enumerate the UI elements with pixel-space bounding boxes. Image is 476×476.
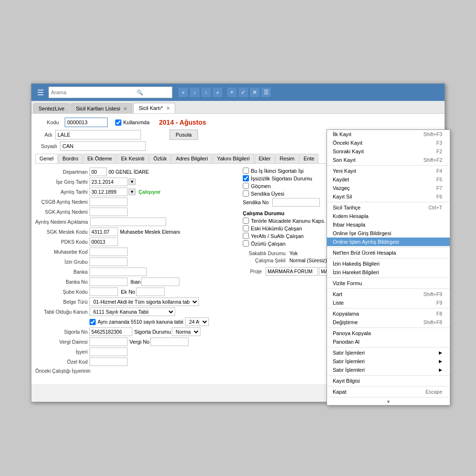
ctx-izin-hakedis[interactable]: İzin Hakediş Bilgileri [327,259,450,268]
sube-input[interactable] [89,288,118,296]
tab-sentezlive[interactable]: SentezLive [33,103,69,113]
ikinci-sigorta-checkbox[interactable] [243,168,249,174]
sigorta-durumu-select[interactable]: Normal [172,327,200,336]
ctx-satir1[interactable]: Satır İşlemleri ▶ [327,348,450,357]
ayrilis-aciklama-input[interactable] [90,218,166,226]
ctx-son-kayit[interactable]: Son Kayıt Shift+F2 [327,156,450,164]
subtab-ekler[interactable]: Ekler [255,154,275,163]
kanun-select[interactable]: 6111 Sayılı Kanuna Tabii [89,307,175,316]
banka-input[interactable] [89,268,147,276]
ctx-kart[interactable]: Kart Shift+F9 [327,290,450,298]
menu-btn[interactable]: ☰ [261,87,271,98]
ctx-satir3[interactable]: Satır İşlemleri ▶ [327,366,450,374]
close-tab-karti[interactable]: ✕ [166,106,170,111]
subtab-bordro[interactable]: Bordro [58,154,82,163]
adi-input[interactable] [55,130,141,139]
sgk-ayrilis-input[interactable] [89,208,128,216]
yer-alti-checkbox[interactable] [243,233,249,239]
ctx-degistirme[interactable]: Değiştirme Shift+F8 [327,318,450,327]
proje-input[interactable] [266,267,318,276]
ctx-kapat[interactable]: Kapat Escape [327,387,450,396]
kod-input[interactable] [65,118,108,127]
ctx-kidem[interactable]: Kıdem Hesapla [327,212,450,220]
iban-input[interactable] [141,278,179,286]
ctx-ilk-kayit[interactable]: İlk Kayıt Shift+F3 [327,130,450,139]
ctx-online-giris[interactable]: Online İşe Giriş Bildirgesi [327,229,450,238]
ctx-satir2[interactable]: Satır İşlemleri ▶ [327,357,450,366]
ctx-onceki-kayit[interactable]: Önceki Kayıt F3 [327,139,450,147]
ctx-panodan-al[interactable]: Panodan Al [327,337,450,346]
subtab-ekkesinti[interactable]: Ek Kesinti [117,154,149,163]
kanun-sure-select[interactable]: 24 Ay [185,317,209,326]
sgk-meslek-input[interactable] [89,228,118,236]
gocmen-checkbox[interactable] [243,183,249,189]
ctx-online-ayrilik[interactable]: Online İşten Ayrılış Bildirgesi [327,238,450,246]
last-record-btn[interactable]: » [212,87,223,98]
kullanim-checkbox[interactable] [115,119,121,126]
search-input[interactable] [49,89,135,95]
soyadi-input[interactable] [60,141,146,151]
isyeri-label: İşyeri [35,349,88,355]
vergi-no-input[interactable] [150,337,188,346]
ayrilis-dropdown[interactable]: ▼ [129,188,136,195]
first-record-btn[interactable]: « [178,87,188,98]
pusula-button[interactable]: Pusula [169,129,198,140]
sendika-no-input[interactable] [272,198,320,207]
subtab-resim[interactable]: Resim [276,154,299,163]
ise-giris-dropdown[interactable]: ▼ [129,178,136,185]
ctx-ihbar[interactable]: İhbar Hesapla [327,220,450,229]
teror-checkbox[interactable] [243,218,249,224]
ctx-net-brut[interactable]: Net'ten Brüt Ücreti Hesapla [327,248,450,257]
subtab-ente[interactable]: Ente [299,154,319,163]
ise-giris-input[interactable] [89,178,128,186]
ctx-sonraki-kayit[interactable]: Sonraki Kayıt F2 [327,147,450,156]
ctx-vizite[interactable]: Vizite Formu [327,279,450,288]
add-btn[interactable]: + [227,87,237,98]
ozel-input[interactable] [89,357,128,366]
eski-checkbox[interactable] [243,225,249,231]
subtab-ekodeme[interactable]: Ek Ödeme [83,154,116,163]
csgb-input[interactable] [89,198,128,206]
izin-input[interactable] [89,258,128,266]
next-record-btn[interactable]: › [201,87,211,98]
ctx-sicil-tarihce[interactable]: Sicil Tarihçe Ctrl+T [327,203,450,212]
subtab-ozluk[interactable]: Özlük [149,154,171,163]
ctx-kopyalama[interactable]: Kopyalama F8 [327,309,450,318]
subtab-adres[interactable]: Adres Bilgileri [171,154,212,163]
sakatlik-label: Sakatlık Durumu [243,250,286,256]
sigorta-input[interactable] [89,327,132,336]
ctx-kaydet[interactable]: Kaydet F5 [327,175,450,184]
ozurlu-checkbox[interactable] [243,240,249,247]
ctx-vazgec[interactable]: Vazgeç F7 [327,184,450,192]
ctx-izin-hareket[interactable]: İzin Hareket Bilgileri [327,268,450,277]
isyeri-input[interactable] [89,347,128,356]
prev-record-btn[interactable]: ‹ [189,87,200,98]
ctx-kayit-bilgisi[interactable]: Kayıt Bilgisi [327,377,450,385]
muhasebe-input[interactable] [89,248,128,256]
ctx-kayit-sil[interactable]: Kayıt Sil F6 [327,192,450,201]
ctx-yeni-kayit[interactable]: Yeni Kayıt F4 [327,167,450,175]
tab-sicil-karti[interactable]: Sicil Kartı* ✕ [133,103,175,113]
ekno-input[interactable] [136,288,165,296]
ayrilis-input[interactable] [89,188,128,196]
ctx-liste[interactable]: Liste F9 [327,298,450,307]
pdks-input[interactable] [89,238,118,246]
issizizlik-checkbox[interactable] [243,175,249,181]
hamburger-icon[interactable]: ☰ [34,87,47,98]
banka-no-input[interactable] [89,278,128,286]
subtab-genel[interactable]: Genel [35,154,58,163]
close-tab-listesi[interactable]: ✕ [123,106,127,111]
belge-select[interactable]: 01-Hizmet Akdi ile Tüm sigorta kollarına… [89,298,199,306]
cancel-btn[interactable]: ✕ [249,87,260,98]
pdks-label: PDKS Kodu [35,239,88,245]
ctx-panoya-kopyala[interactable]: Panoya Kopyala [327,329,450,337]
tab-sicil-listesi[interactable]: Sicil Kartları Listesi ✕ [70,103,132,113]
ayni-zamanda-checkbox[interactable] [89,319,96,325]
vergi-dairesi-input[interactable] [89,337,128,346]
sendika-uye-checkbox[interactable] [243,190,249,197]
subtab-yakini[interactable]: Yakını Bilgileri [213,154,254,163]
ctx-sep7 [327,308,450,308]
satir2-arrow: ▶ [439,359,442,364]
departman-input[interactable] [89,168,107,176]
save-btn[interactable]: ✓ [238,87,248,98]
